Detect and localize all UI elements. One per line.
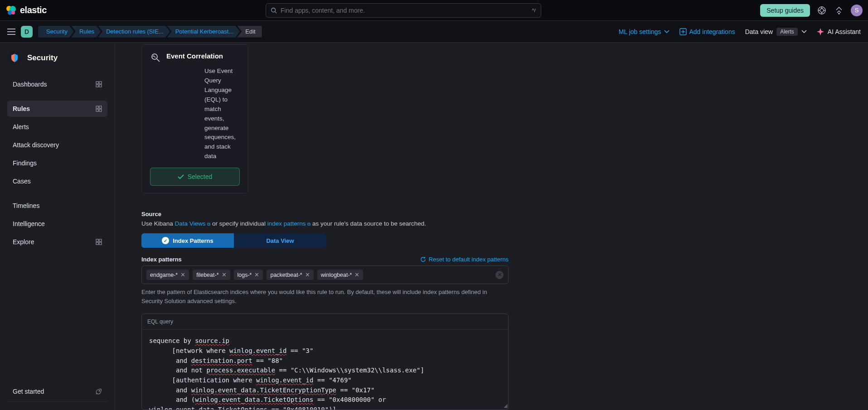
help-icon[interactable]	[816, 5, 827, 16]
global-search[interactable]	[266, 3, 529, 18]
plus-box-icon	[679, 28, 687, 35]
svg-rect-19	[96, 82, 98, 84]
check-icon	[178, 174, 184, 179]
sidebar-title: Security	[27, 53, 58, 63]
remove-chip-icon[interactable]: ✕	[180, 271, 185, 278]
chevron-down-icon	[664, 30, 669, 34]
source-label: Source	[141, 211, 509, 217]
eql-query-label: EQL query	[142, 314, 508, 330]
card-description: Use Event Query Language (EQL) to match …	[186, 67, 240, 161]
svg-rect-29	[96, 242, 98, 245]
elastic-logo-icon	[5, 5, 16, 16]
breadcrumb: Security Rules Detection rules (SIE... P…	[38, 26, 262, 38]
space-badge[interactable]: D	[21, 26, 33, 38]
shield-icon	[7, 51, 22, 65]
sub-header: D Security Rules Detection rules (SIE...…	[0, 21, 868, 43]
breadcrumb-rule-name[interactable]: Potential Kerberoast...	[167, 26, 240, 38]
top-header: elastic ^/ Setup guides S	[0, 0, 868, 21]
data-view-value-badge: Alerts	[776, 28, 798, 36]
breadcrumb-detection-rules[interactable]: Detection rules (SIE...	[98, 26, 170, 38]
svg-rect-28	[99, 239, 102, 241]
svg-point-4	[272, 8, 276, 12]
source-toggle-group: ✓ Index Patterns Data View	[141, 233, 326, 248]
grid-icon	[96, 239, 102, 245]
remove-chip-icon[interactable]: ✕	[354, 271, 359, 278]
breadcrumb-rules[interactable]: Rules	[71, 26, 101, 38]
source-section: Source Use Kibana Data Views ⧉ or specif…	[141, 211, 509, 410]
nav-toggle-icon[interactable]	[7, 29, 15, 35]
pattern-chip: endgame-*✕	[146, 270, 189, 280]
toggle-data-view[interactable]: Data View	[234, 233, 326, 248]
sidebar-item-attack-discovery[interactable]: Attack discovery	[7, 137, 107, 153]
rocket-icon	[95, 388, 102, 395]
setup-guides-button[interactable]: Setup guides	[760, 4, 810, 17]
sidebar-item-findings[interactable]: Findings	[7, 155, 107, 171]
svg-rect-25	[96, 109, 98, 111]
search-input[interactable]	[281, 7, 524, 14]
index-patterns-input[interactable]: endgame-*✕ filebeat-*✕ logs-*✕ packetbea…	[141, 265, 509, 284]
sidebar-item-intelligence[interactable]: Intelligence	[7, 216, 107, 232]
ml-job-settings-link[interactable]: ML job settings	[619, 28, 669, 35]
index-patterns-link[interactable]: index patterns ⧉	[267, 220, 311, 227]
svg-point-6	[820, 9, 824, 12]
svg-point-12	[839, 13, 839, 14]
brand-text: elastic	[20, 5, 47, 15]
pattern-chip: logs-*✕	[234, 270, 263, 280]
grid-icon	[96, 81, 102, 87]
grid-icon	[96, 106, 102, 112]
source-help-text: Use Kibana Data Views ⧉ or specify indiv…	[141, 220, 509, 227]
svg-rect-26	[99, 109, 102, 111]
check-dot-icon: ✓	[162, 237, 169, 244]
breadcrumb-security[interactable]: Security	[38, 26, 74, 38]
data-views-link[interactable]: Data Views ⧉	[175, 220, 211, 227]
clear-all-icon[interactable]: ✕	[495, 271, 504, 279]
sparkle-icon	[817, 28, 824, 35]
sidebar-heading: Security	[7, 51, 107, 65]
svg-rect-22	[99, 85, 102, 87]
svg-rect-24	[99, 106, 102, 108]
chevron-down-icon	[801, 30, 807, 34]
svg-rect-23	[96, 106, 98, 108]
ai-assistant-button[interactable]: AI Assistant	[817, 28, 861, 35]
user-avatar[interactable]: S	[851, 5, 863, 16]
newsfeed-icon[interactable]	[834, 5, 844, 16]
remove-chip-icon[interactable]: ✕	[305, 271, 310, 278]
data-view-selector[interactable]: Data view Alerts	[745, 28, 807, 36]
svg-rect-30	[99, 242, 102, 245]
svg-rect-27	[96, 239, 98, 241]
sidebar-item-timelines[interactable]: Timelines	[7, 198, 107, 214]
sidebar-item-cases[interactable]: Cases	[7, 173, 107, 189]
pattern-chip: filebeat-*✕	[193, 270, 230, 280]
pattern-chip: packetbeat-*✕	[267, 270, 313, 280]
resize-handle-icon[interactable]: ◢	[504, 403, 507, 409]
rule-type-card-event-correlation[interactable]: Event Correlation Use Event Query Langua…	[141, 44, 248, 193]
remove-chip-icon[interactable]: ✕	[222, 271, 227, 278]
card-title: Event Correlation	[166, 52, 223, 63]
svg-rect-21	[96, 85, 98, 87]
selected-badge: Selected	[150, 168, 240, 186]
breadcrumb-edit: Edit	[237, 26, 262, 38]
svg-rect-20	[99, 82, 102, 84]
svg-line-33	[157, 59, 160, 62]
sidebar-item-rules[interactable]: Rules	[7, 101, 107, 117]
toggle-index-patterns[interactable]: ✓ Index Patterns	[141, 233, 234, 248]
search-icon	[271, 7, 277, 14]
eql-query-box: EQL query sequence by source.ip [network…	[141, 314, 509, 410]
eql-icon	[150, 52, 161, 63]
sidebar: Security Dashboards Rules Alerts Attack …	[0, 43, 115, 410]
search-shortcut-hint: ^/	[527, 3, 541, 18]
sidebar-item-explore[interactable]: Explore	[7, 234, 107, 250]
index-patterns-label: Index patterns	[141, 256, 182, 263]
reset-index-patterns-link[interactable]: Reset to default index patterns	[420, 256, 509, 263]
sidebar-item-dashboards[interactable]: Dashboards	[7, 76, 107, 92]
brand-logo[interactable]: elastic	[5, 5, 47, 16]
pattern-chip: winlogbeat-*✕	[317, 270, 364, 280]
svg-line-5	[275, 11, 277, 13]
index-patterns-help: Enter the pattern of Elasticsearch indic…	[141, 288, 509, 305]
eql-query-textarea[interactable]: sequence by source.ip [network where win…	[142, 330, 508, 410]
refresh-icon	[420, 256, 426, 262]
sidebar-item-get-started[interactable]: Get started	[7, 383, 107, 400]
remove-chip-icon[interactable]: ✕	[254, 271, 259, 278]
sidebar-item-alerts[interactable]: Alerts	[7, 119, 107, 135]
add-integrations-link[interactable]: Add integrations	[679, 28, 735, 35]
